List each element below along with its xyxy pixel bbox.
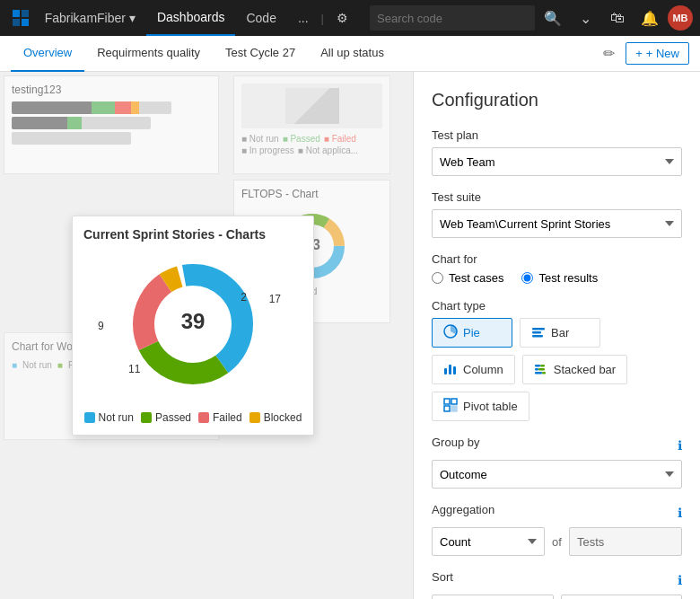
org-name[interactable]: FabrikamFiber ▾ bbox=[38, 11, 143, 25]
chart-type-pie[interactable]: Pie bbox=[432, 318, 512, 348]
topbar-icons: 🔍 ⌄ 🛍 🔔 MB bbox=[538, 4, 693, 32]
tab-overview[interactable]: Overview bbox=[11, 36, 84, 72]
group-by-select[interactable]: Outcome bbox=[432, 460, 682, 489]
svg-rect-1 bbox=[22, 10, 29, 17]
plus-icon: + bbox=[635, 47, 643, 60]
new-button[interactable]: + + New bbox=[626, 42, 689, 65]
dashboard-panel: testing123 ■ Not run■ Passed ■ Failed bbox=[0, 72, 413, 599]
tab-requirements-quality[interactable]: Requirments quality bbox=[84, 36, 213, 72]
legend-passed: Passed bbox=[141, 411, 191, 424]
top-nav: Dashboards Code ... | ⚙ bbox=[146, 0, 359, 36]
chart-type-pivot-table[interactable]: Pivot table bbox=[432, 392, 529, 421]
test-suite-label: Test suite bbox=[432, 190, 682, 204]
search-input[interactable] bbox=[370, 5, 535, 31]
sort-value-select[interactable]: Value bbox=[432, 595, 554, 599]
topbar: FabrikamFiber ▾ Dashboards Code ... | ⚙ … bbox=[0, 0, 700, 36]
config-panel: Configuration Test plan Web Team Test su… bbox=[413, 72, 700, 599]
chart-type-label: Chart type bbox=[432, 299, 682, 313]
aggregation-info-icon[interactable]: ℹ bbox=[678, 506, 682, 520]
test-plan-section: Test plan Web Team bbox=[432, 128, 682, 176]
nav-separator: | bbox=[319, 12, 326, 25]
svg-rect-24 bbox=[538, 368, 545, 371]
chevron-icon-btn[interactable]: ⌄ bbox=[571, 4, 599, 32]
group-by-info-icon[interactable]: ℹ bbox=[678, 438, 682, 453]
test-plan-select[interactable]: Web Team bbox=[432, 147, 682, 176]
user-avatar[interactable]: MB bbox=[668, 5, 693, 31]
basket-icon-btn[interactable]: 🛍 bbox=[603, 4, 632, 32]
widget-testing-title: testing123 bbox=[12, 84, 211, 96]
group-by-label: Group by bbox=[432, 436, 479, 449]
chart-for-section: Chart for Test cases Test results bbox=[432, 252, 682, 285]
legend-dot-not-run bbox=[84, 412, 95, 423]
nav-settings[interactable]: ⚙ bbox=[326, 0, 359, 36]
config-title: Configuration bbox=[432, 90, 682, 110]
column-icon bbox=[443, 361, 458, 378]
search-icon-btn[interactable]: 🔍 bbox=[538, 4, 567, 32]
donut-legend: Not run Passed Failed Blocked bbox=[83, 411, 302, 424]
aggregation-select[interactable]: Count bbox=[432, 527, 545, 556]
svg-rect-19 bbox=[449, 365, 451, 374]
chart-type-bar[interactable]: Bar bbox=[520, 318, 600, 348]
test-suite-section: Test suite Web Team\Current Sprint Stori… bbox=[432, 190, 682, 238]
bg-widget-testing: testing123 bbox=[4, 75, 219, 174]
nav-more[interactable]: ... bbox=[287, 0, 319, 36]
svg-rect-2 bbox=[13, 19, 20, 26]
svg-rect-16 bbox=[532, 331, 541, 334]
sort-header: Sort ℹ bbox=[432, 570, 682, 589]
nav-code[interactable]: Code bbox=[235, 0, 286, 36]
sort-info-icon[interactable]: ℹ bbox=[678, 573, 682, 587]
svg-rect-30 bbox=[451, 406, 457, 411]
bar-icon bbox=[531, 324, 546, 341]
radio-test-results[interactable]: Test results bbox=[521, 271, 598, 285]
aggregation-of: of bbox=[552, 535, 562, 549]
chart-type-stacked-bar[interactable]: Stacked bar bbox=[522, 355, 627, 384]
bell-icon-btn[interactable]: 🔔 bbox=[635, 4, 664, 32]
test-suite-select[interactable]: Web Team\Current Sprint Stories bbox=[432, 209, 682, 238]
svg-rect-0 bbox=[13, 10, 20, 17]
donut-popup-title: Current Sprint Stories - Charts bbox=[83, 227, 302, 242]
chart-for-radio-group: Test cases Test results bbox=[432, 271, 682, 285]
svg-rect-22 bbox=[540, 365, 545, 367]
svg-rect-29 bbox=[444, 406, 450, 411]
nav-dashboards[interactable]: Dashboards bbox=[146, 0, 236, 36]
radio-test-cases[interactable]: Test cases bbox=[432, 271, 503, 285]
tab-all-up-status[interactable]: All up status bbox=[308, 36, 397, 72]
svg-rect-18 bbox=[444, 368, 447, 374]
stacked-bar-icon bbox=[534, 361, 548, 378]
legend-dot-passed bbox=[141, 412, 152, 423]
chart-type-grid: Pie Bar Column bbox=[432, 318, 682, 421]
edit-icon-btn[interactable]: ✏ bbox=[599, 41, 618, 66]
svg-rect-17 bbox=[532, 335, 543, 338]
svg-rect-20 bbox=[453, 366, 456, 374]
org-chevron-icon: ▾ bbox=[129, 11, 136, 25]
test-plan-label: Test plan bbox=[432, 128, 682, 142]
svg-rect-26 bbox=[542, 372, 546, 374]
chart-for-label: Chart for bbox=[432, 252, 682, 266]
settings-icon: ⚙ bbox=[337, 11, 348, 25]
tab-test-cycle[interactable]: Test Cycle 27 bbox=[213, 36, 308, 72]
bg-widget-legends: ■ Not run■ Passed ■ Failed ■ In progress… bbox=[233, 75, 390, 174]
sort-section: Sort ℹ Value Descending bbox=[432, 570, 682, 599]
aggregation-tests: Tests bbox=[569, 527, 682, 556]
legend-not-run: Not run bbox=[84, 411, 134, 424]
chart-type-column[interactable]: Column bbox=[432, 355, 515, 384]
legend-dot-failed bbox=[198, 412, 209, 423]
svg-rect-21 bbox=[535, 365, 540, 367]
svg-rect-23 bbox=[535, 368, 538, 371]
donut-chart-popup: Current Sprint Stories - Charts 39 bbox=[72, 216, 314, 436]
legend-failed: Failed bbox=[198, 411, 242, 424]
svg-rect-25 bbox=[535, 372, 542, 374]
pivot-table-icon bbox=[443, 398, 458, 415]
donut-labels: 17 11 9 2 bbox=[83, 277, 302, 393]
aggregation-label: Aggregation bbox=[432, 503, 494, 516]
svg-rect-3 bbox=[22, 19, 29, 26]
sort-direction-select[interactable]: Descending bbox=[561, 595, 683, 599]
chart-type-section: Chart type Pie Bar bbox=[432, 299, 682, 421]
aggregation-section: Aggregation ℹ Count of Tests bbox=[432, 503, 682, 556]
sort-label: Sort bbox=[432, 570, 453, 584]
logo-icon[interactable] bbox=[7, 4, 34, 32]
group-by-header: Group by ℹ bbox=[432, 436, 682, 454]
svg-rect-27 bbox=[444, 399, 450, 404]
sort-row: Value Descending bbox=[432, 595, 682, 599]
subnav: Overview Requirments quality Test Cycle … bbox=[0, 36, 700, 72]
